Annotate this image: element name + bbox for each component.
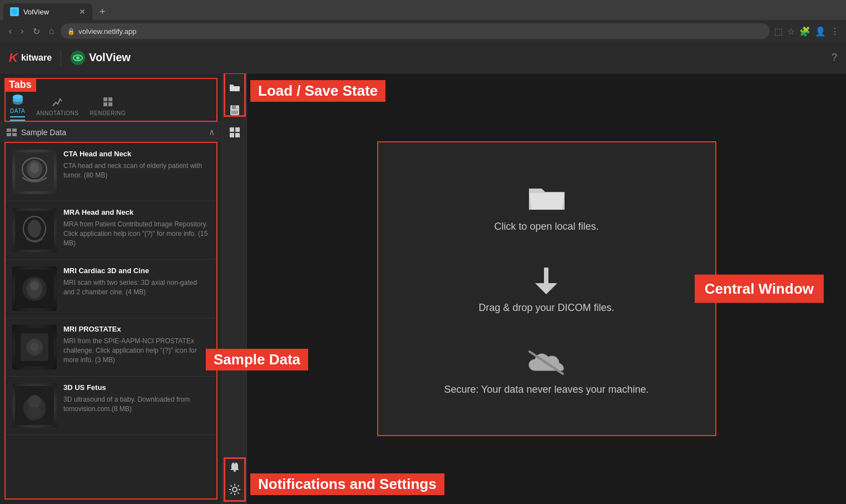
- notifications-settings-annotation: Notifications and Settings: [250, 473, 444, 495]
- kitware-text: kitware: [21, 53, 52, 63]
- sample-name-fetus: 3D US Fetus: [63, 383, 210, 392]
- svg-point-41: [234, 462, 235, 464]
- app-container: K kitware VolView ?: [0, 42, 846, 504]
- sample-item-cta[interactable]: CTA Head and Neck CTA head and neck scan…: [6, 143, 216, 201]
- sample-thumb-fetus: [12, 383, 57, 428]
- sample-data-left: Sample Data: [7, 128, 66, 137]
- notifications-button[interactable]: [225, 457, 245, 477]
- svg-rect-12: [12, 133, 17, 136]
- sample-data-header: Sample Data ∧: [0, 122, 222, 142]
- svg-rect-34: [231, 111, 238, 114]
- svg-point-27: [30, 343, 39, 352]
- sample-item-cardiac[interactable]: MRI Cardiac 3D and Cine MRI scan with tw…: [6, 260, 216, 318]
- load-save-label: Load / Save State: [258, 82, 378, 99]
- open-files-section: Click to open local files.: [494, 182, 598, 233]
- sample-data-label: Sample Data: [21, 128, 66, 137]
- sample-info-cardiac: MRI Cardiac 3D and Cine MRI scan with tw…: [63, 266, 210, 311]
- home-button[interactable]: ⌂: [47, 26, 57, 36]
- tab-annotations[interactable]: ANNOTATIONS: [36, 96, 78, 118]
- svg-rect-5: [103, 97, 107, 101]
- sample-data-collapse-button[interactable]: ∧: [209, 127, 215, 137]
- svg-rect-36: [230, 127, 234, 132]
- tabs-annotation-label: Tabs: [9, 79, 32, 90]
- tab-data[interactable]: DATA: [10, 93, 25, 121]
- kitware-k-letter: K: [9, 51, 18, 65]
- drag-drop-section: Drag & drop your DICOM files.: [478, 266, 614, 314]
- sample-name-mra: MRA Head and Neck: [63, 208, 210, 216]
- central-window[interactable]: Click to open local files. Drag & drop y…: [377, 141, 716, 436]
- tab-active-indicator: [10, 116, 25, 117]
- address-bar: ‹ › ↻ ⌂ 🔒 volview.netlify.app ⬚ ☆ 🧩 👤 ⋮: [0, 20, 846, 42]
- app-header: K kitware VolView ?: [0, 42, 846, 73]
- sample-desc-cardiac: MRI scan with two series: 3D axial non-g…: [63, 278, 210, 297]
- toolbar-bottom: [225, 457, 245, 500]
- tab-title: VolView: [23, 8, 75, 16]
- drag-drop-text: Drag & drop your DICOM files.: [478, 302, 614, 314]
- volview-icon: [70, 50, 86, 66]
- layout-button[interactable]: [225, 122, 245, 142]
- svg-point-19: [28, 220, 41, 238]
- open-folder-button[interactable]: [225, 78, 245, 98]
- drag-drop-arrow-icon: [533, 266, 560, 295]
- sidebar-bottom-spacer: [0, 500, 222, 504]
- sample-desc-cta: CTA head and neck scan of elderly patien…: [63, 161, 210, 180]
- svg-rect-40: [234, 470, 236, 472]
- sample-info-mra: MRA Head and Neck MRA from Patient Contr…: [63, 208, 210, 253]
- tab-rendering[interactable]: RENDERING: [90, 96, 126, 118]
- svg-rect-8: [108, 102, 112, 106]
- sample-data-list-container: CTA Head and Neck CTA head and neck scan…: [4, 142, 217, 500]
- settings-icon: [229, 483, 241, 496]
- load-save-annotation: Load / Save State: [250, 80, 385, 102]
- bookmark-icon[interactable]: ☆: [787, 26, 795, 37]
- svg-rect-38: [230, 133, 234, 137]
- menu-icon[interactable]: ⋮: [830, 26, 839, 37]
- secure-text: Secure: Your data never leaves your mach…: [444, 384, 649, 396]
- svg-point-31: [28, 407, 41, 418]
- settings-button[interactable]: [225, 480, 245, 500]
- sample-name-cardiac: MRI Cardiac 3D and Cine: [63, 266, 210, 275]
- data-tab-icon: [12, 93, 24, 106]
- tabs-header: DATA ANNOTATIONS: [6, 79, 216, 121]
- volview-logo: VolView: [70, 50, 131, 66]
- reload-button[interactable]: ↻: [31, 26, 42, 37]
- svg-point-0: [12, 9, 17, 14]
- back-button[interactable]: ‹: [7, 26, 14, 36]
- svg-rect-37: [235, 127, 240, 132]
- open-folder-icon: [229, 82, 241, 93]
- svg-point-23: [30, 281, 39, 290]
- annotations-tab-icon: [51, 96, 63, 108]
- sample-item-mra[interactable]: MRA Head and Neck MRA from Patient Contr…: [6, 201, 216, 260]
- save-icon: [229, 104, 240, 116]
- sample-desc-mra: MRA from Patient Contributed Image Repos…: [63, 220, 210, 248]
- extension-icon[interactable]: 🧩: [799, 26, 810, 37]
- help-button[interactable]: ?: [832, 52, 837, 63]
- save-state-button[interactable]: [225, 100, 245, 120]
- svg-point-30: [28, 395, 41, 408]
- url-bar[interactable]: 🔒 volview.netlify.app: [61, 23, 770, 39]
- profile-icon[interactable]: 👤: [815, 26, 826, 37]
- sample-thumb-prostate: [12, 325, 57, 369]
- new-tab-button[interactable]: +: [95, 4, 110, 19]
- toolbar-top: [225, 78, 245, 142]
- svg-point-16: [30, 162, 39, 174]
- app-body: Tabs DATA: [0, 73, 846, 504]
- sample-desc-prostatex: MRI from the SPIE-AAPM-NCI PROSTATEx cha…: [63, 337, 210, 364]
- cast-icon: ⬚: [774, 26, 783, 37]
- tab-data-label: DATA: [10, 108, 25, 114]
- sample-item-fetus[interactable]: 3D US Fetus 3D ultrasound of a baby. Dow…: [6, 377, 216, 435]
- sidebar: Tabs DATA: [0, 73, 222, 504]
- layout-icon: [229, 126, 241, 139]
- tab-close-button[interactable]: ✕: [79, 7, 86, 16]
- open-files-text: Click to open local files.: [494, 221, 598, 233]
- svg-rect-9: [7, 129, 11, 132]
- forward-button[interactable]: ›: [18, 26, 26, 36]
- tabs-section: Tabs DATA: [4, 78, 217, 122]
- tab-rendering-label: RENDERING: [90, 110, 126, 116]
- central-window-label: Central Window: [705, 280, 814, 298]
- tabs-annotation: Tabs: [4, 78, 36, 92]
- svg-rect-43: [544, 268, 548, 284]
- svg-rect-6: [108, 97, 112, 101]
- lock-icon: 🔒: [67, 28, 75, 35]
- browser-tab[interactable]: VolView ✕: [3, 3, 92, 20]
- sample-item-prostatex[interactable]: MRI PROSTATEx MRI from the SPIE-AAPM-NCI…: [6, 318, 216, 377]
